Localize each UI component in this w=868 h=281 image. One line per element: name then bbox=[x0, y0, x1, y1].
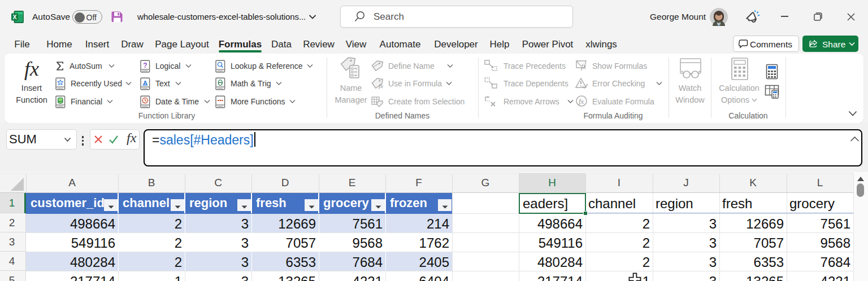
svg-text:?: ? bbox=[143, 61, 147, 69]
svg-text:fx: fx bbox=[581, 62, 587, 71]
svg-text:fx: fx bbox=[579, 97, 584, 106]
svg-text:fx: fx bbox=[379, 82, 383, 89]
svg-text:X: X bbox=[12, 14, 16, 20]
